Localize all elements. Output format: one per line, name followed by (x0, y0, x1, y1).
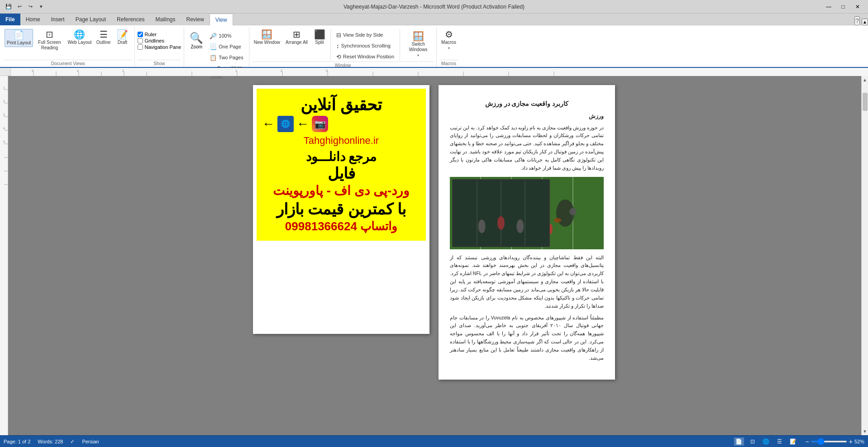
zoom-out-icon[interactable]: − (806, 438, 809, 445)
tab-file[interactable]: File (0, 14, 20, 25)
outline-status-button[interactable]: ☰ (775, 437, 785, 446)
advertisement-content: تحقیق آنلاین 📷 ← 🌐 ← Tahghighonline.ir م… (257, 89, 426, 241)
ribbon-group-zoom: 🔍 Zoom 🔎 100% 📃 One Page 📋 Two Pages (184, 27, 249, 67)
svg-point-39 (478, 219, 486, 233)
full-screen-icon: ⊡ (46, 30, 53, 39)
print-layout-button[interactable]: 📄 Print Layout (5, 29, 33, 47)
two-pages-icon: 📋 (210, 54, 217, 61)
full-screen-status-button[interactable]: ⊡ (748, 437, 758, 446)
ruler-svg: 3 2 1 1 2 3 (11, 68, 868, 76)
horizontal-ruler: 3 2 1 1 2 3 (11, 68, 868, 76)
spellcheck-icon: ✓ (70, 438, 75, 445)
zoom-100-button[interactable]: 🔎 100% (207, 31, 246, 41)
ruler-area: 3 2 1 1 2 3 (0, 68, 868, 76)
ribbon-minimize-button[interactable]: ▲ (862, 19, 868, 25)
group-label-macros: Macros (439, 60, 458, 67)
scroll-thumb[interactable] (863, 93, 868, 111)
statusbar-right: 📄 ⊡ 🌐 ☰ 📝 − + 52% (734, 437, 864, 446)
vertical-ruler: 1 2 3 4 5 (0, 76, 8, 435)
split-button[interactable]: ⬛ Split (311, 29, 328, 62)
web-layout-icon: 🌐 (74, 30, 85, 39)
help-button[interactable]: ? (854, 16, 860, 25)
document-area: تحقیق آنلاین 📷 ← 🌐 ← Tahghighonline.ir م… (0, 76, 868, 435)
web-layout-button[interactable]: 🌐 Web Layout (66, 29, 93, 46)
gridlines-checkbox[interactable]: Gridlines (138, 38, 181, 43)
group-label-document-views: Document Views (5, 60, 132, 67)
new-window-button[interactable]: 🪟 New Window (252, 29, 282, 62)
redo-button[interactable]: ↪ (25, 2, 35, 12)
instagram-icon: 📷 (312, 116, 328, 132)
ad-url: Tahghighonline.ir (262, 135, 420, 147)
outline-button[interactable]: ☰ Outline (95, 29, 113, 46)
tab-insert[interactable]: Insert (46, 14, 70, 25)
svg-text:4: 4 (3, 127, 5, 130)
tab-references[interactable]: References (111, 14, 150, 25)
print-layout-status-button[interactable]: 📄 (734, 437, 744, 446)
scroll-up-arrow[interactable]: ▲ (861, 76, 868, 84)
word-count: Words: 228 (38, 439, 63, 444)
arrange-all-button[interactable]: ⊞ Arrange All (284, 29, 310, 62)
article-para2: البته این فقط تماشاچیان و بیننده‌گان روی… (450, 254, 604, 310)
article-image (450, 177, 604, 249)
sync-scroll-icon: ↕ (336, 43, 339, 49)
undo-button[interactable]: ↩ (14, 2, 24, 12)
ribbon-content: 📄 Print Layout ⊡ Full Screen Reading 🌐 W… (0, 25, 868, 68)
reset-window-icon: ⟲ (336, 53, 341, 60)
vertical-scrollbar[interactable]: ▲ ▼ (861, 76, 868, 435)
tab-page-layout[interactable]: Page Layout (70, 14, 111, 25)
save-button[interactable]: 💾 (4, 2, 14, 12)
ribbon-group-show: Ruler Gridlines Navigation Pane Show (135, 27, 185, 67)
svg-text:1: 1 (235, 69, 238, 73)
outline-icon: ☰ (100, 30, 108, 39)
zoom-icon: 🔍 (190, 32, 203, 44)
draft-status-button[interactable]: 📝 (788, 437, 798, 446)
article-main-title: کاربرد واقعیت مجازی در ورزش (450, 99, 604, 109)
customize-qa-button[interactable]: ▾ (36, 2, 46, 12)
one-page-button[interactable]: 📃 One Page (207, 42, 246, 52)
switch-windows-icon: 🪟 (413, 32, 424, 41)
article-para3: مطمئناً استفاده از شیپورهای مخصوص به نام… (450, 314, 604, 362)
svg-point-32 (569, 208, 577, 215)
draft-icon: 📝 (117, 30, 128, 39)
two-pages-button[interactable]: 📋 Two Pages (207, 52, 246, 62)
macros-button[interactable]: ⚙ Macros ▾ (439, 29, 458, 51)
arrow2-icon: ← (262, 117, 275, 131)
svg-point-41 (516, 219, 524, 233)
ad-file-types: ورد-پی دی اف - پاورپوینت (262, 183, 420, 199)
window-title: Vagheeyat-Majazi-Dar-Varzesh - Microsoft… (46, 4, 822, 10)
macros-icon: ⚙ (445, 30, 453, 39)
svg-text:5: 5 (3, 140, 5, 143)
switch-windows-button[interactable]: 🪟 Switch Windows ▾ (403, 31, 434, 58)
zoom-slider[interactable] (811, 441, 847, 442)
quick-access-toolbar: 💾 ↩ ↪ ▾ (4, 2, 46, 12)
minimize-button[interactable]: — (822, 2, 835, 12)
tab-review[interactable]: Review (181, 14, 209, 25)
full-screen-reading-button[interactable]: ⊡ Full Screen Reading (34, 29, 65, 52)
ribbon-group-macros: ⚙ Macros ▾ Macros (437, 27, 461, 67)
synchronous-scrolling-button[interactable]: ↕ Synchronous Scrolling (334, 41, 397, 51)
svg-text:3: 3 (32, 69, 34, 73)
zoom-percentage[interactable]: 52% (854, 439, 864, 444)
tab-home[interactable]: Home (20, 14, 46, 25)
one-page-icon: 📃 (210, 43, 217, 50)
zoom-in-icon[interactable]: + (849, 438, 853, 445)
ad-price: با کمترین قیمت بازار (262, 199, 420, 219)
svg-rect-42 (0, 76, 8, 435)
web-layout-status-button[interactable]: 🌐 (761, 437, 771, 446)
titlebar: 💾 ↩ ↪ ▾ Vagheeyat-Majazi-Dar-Varzesh - M… (0, 0, 868, 14)
close-button[interactable]: ✕ (851, 2, 864, 12)
scroll-down-arrow[interactable]: ▼ (861, 428, 868, 435)
reset-window-position-button[interactable]: ⟲ Reset Window Position (334, 52, 397, 62)
tab-view[interactable]: View (210, 14, 233, 25)
ad-ref1: مرجع دانلـــود (262, 149, 420, 165)
svg-text:2: 2 (77, 69, 79, 73)
zoom-button[interactable]: 🔍 Zoom (187, 31, 206, 50)
svg-text:3: 3 (326, 69, 328, 73)
ruler-checkbox[interactable]: Ruler (138, 32, 181, 37)
tab-mailings[interactable]: Mailings (150, 14, 181, 25)
maximize-button[interactable]: □ (836, 2, 850, 12)
navigation-pane-checkbox[interactable]: Navigation Pane (138, 44, 181, 50)
view-side-by-side-button[interactable]: ⊟ View Side by Side (334, 30, 397, 40)
draft-button[interactable]: 📝 Draft (114, 29, 132, 46)
ribbon-group-document-views: 📄 Print Layout ⊡ Full Screen Reading 🌐 W… (2, 27, 135, 67)
